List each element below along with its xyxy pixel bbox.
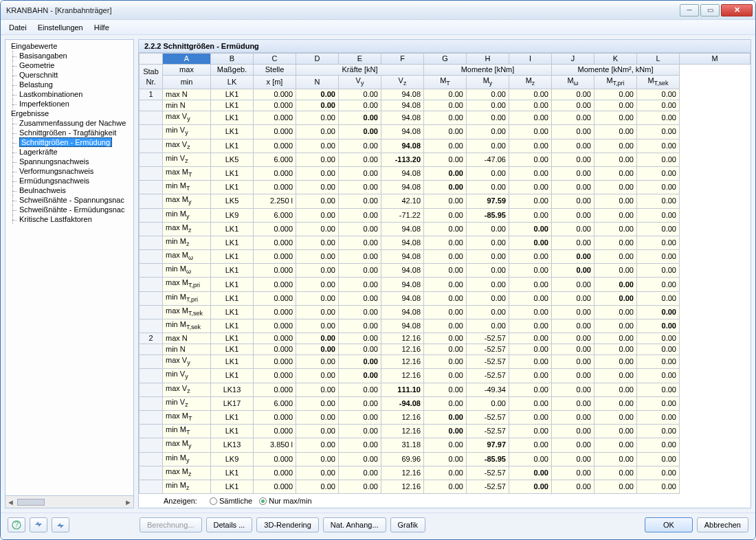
hdr-stelle: Stelle [254,65,296,76]
tree-item[interactable]: Belastung [5,80,133,89]
col-letter[interactable]: C [254,54,296,65]
berechnung-button[interactable]: Berechnung... [140,517,202,532]
menubar: Datei Einstellungen Hilfe [1,20,755,35]
grid[interactable]: ABCDEFGHIJKLMStabNr.maxMaßgeb.StelleKräf… [139,53,751,494]
table-row[interactable]: max MTLK10.0000.000.0012.160.00-52.570.0… [140,410,751,424]
hdr-momente2: Momente [kNm², kNm] [552,65,680,76]
tree-pane: EingabewerteBasisangabenGeometrieQuersch… [5,39,134,508]
table-row[interactable]: min NLK10.0000.000.0012.160.00-52.570.00… [140,344,751,355]
menu-hilfe[interactable]: Hilfe [89,22,115,33]
tree-item[interactable]: Basisangaben [5,51,133,60]
col-letter[interactable]: K [594,54,637,65]
col-letter[interactable]: G [424,54,467,65]
tree-item[interactable]: Schnittgrößen - Ermüdung [5,137,133,147]
col-letter[interactable]: A [163,54,211,65]
tree-item[interactable]: Schweißnähte - Spannungsnac [5,195,133,205]
col-letter[interactable]: M [680,54,751,65]
table-row[interactable]: max VyLK10.0000.000.0012.160.00-52.570.0… [140,355,751,369]
table-row[interactable]: max MT,sekLK10.0000.000.0094.080.000.000… [140,305,751,319]
table-row[interactable]: max VzLK10.0000.000.0094.080.000.000.000… [140,139,751,153]
col-letter[interactable]: H [467,54,509,65]
table-row[interactable]: min VyLK10.0000.000.0094.080.000.000.000… [140,125,751,139]
tree-item[interactable]: Lastkombinationen [5,89,133,99]
hdr-stab: StabNr. [140,65,163,89]
table-row[interactable]: 2max NLK10.0000.000.0012.160.00-52.570.0… [140,333,751,344]
table-row[interactable]: min MyLK96.0000.000.00-71.220.00-85.950.… [140,208,751,222]
col-letter[interactable]: L [637,54,680,65]
tree-item[interactable]: Geometrie [5,60,133,70]
table-row[interactable]: min MωLK10.0000.000.0094.080.000.000.000… [140,264,751,278]
table-row[interactable]: min MzLK10.0000.000.0012.160.00-52.570.0… [140,480,751,493]
anhang-button[interactable]: Nat. Anhang... [323,517,386,532]
menu-datei[interactable]: Datei [3,22,32,33]
table-row[interactable]: min MyLK90.0000.000.0069.960.00-85.950.0… [140,452,751,466]
tree-item[interactable]: Querschnitt [5,70,133,80]
table-row[interactable]: min MzLK10.0000.000.0094.080.000.000.000… [140,236,751,249]
display-options: Anzeigen: Sämtliche Nur max/min [139,494,751,508]
tree-item[interactable]: Zusammenfassung der Nachwe [5,118,133,128]
rendering-button[interactable]: 3D-Rendering [256,517,318,532]
table-row[interactable]: max MT,priLK10.0000.000.0094.080.000.000… [140,278,751,291]
window: KRANBAHN - [Kranbahnträger] ─ ▭ ✕ Datei … [0,0,756,540]
table-row[interactable]: min MT,sekLK10.0000.000.0094.080.000.000… [140,319,751,333]
table-row[interactable]: min VzLK176.0000.000.00-94.080.000.000.0… [140,396,751,410]
col-letter[interactable]: F [381,54,424,65]
table-row[interactable]: min VyLK10.0000.000.0012.160.00-52.570.0… [140,369,751,383]
tree-item[interactable]: Beulnachweis [5,185,133,195]
main-panel: 2.2.2 Schnittgrößen - Ermüdung ABCDEFGHI… [138,39,751,508]
section-title: 2.2.2 Schnittgrößen - Ermüdung [139,40,751,53]
radio-nurmaxmin[interactable]: Nur max/min [259,497,311,505]
col-letter[interactable]: D [296,54,339,65]
tree[interactable]: EingabewerteBasisangabenGeometrieQuersch… [5,39,134,496]
table-row[interactable]: min MT,priLK10.0000.000.0094.080.000.000… [140,291,751,305]
tree-item[interactable]: Kritische Lastfaktoren [5,214,133,224]
close-button[interactable]: ✕ [721,4,753,16]
svg-text:?: ? [14,520,19,528]
table-row[interactable]: min MTLK10.0000.000.0094.080.000.000.000… [140,181,751,194]
tree-item[interactable]: Ergebnisse [5,109,133,118]
hdr-massgeb: Maßgeb. [211,65,254,76]
table-row[interactable]: 1max NLK10.0000.000.0094.080.000.000.000… [140,89,751,100]
table-row[interactable]: max MzLK10.0000.000.0012.160.00-52.570.0… [140,466,751,480]
next-button[interactable] [52,517,69,532]
ok-button[interactable]: OK [645,517,693,532]
table-row[interactable]: max MzLK10.0000.000.0094.080.000.000.000… [140,222,751,236]
tree-item[interactable]: Spannungsnachweis [5,157,133,166]
hdr-momente1: Momente [kNm] [424,65,552,76]
col-letter[interactable]: E [339,54,381,65]
col-letter[interactable]: B [211,54,254,65]
table-row[interactable]: min MTLK10.0000.000.0012.160.00-52.570.0… [140,425,751,438]
maximize-button[interactable]: ▭ [700,4,720,16]
tree-item[interactable]: Ermüdungsnachweis [5,176,133,185]
table-row[interactable]: max MωLK10.0000.000.0094.080.000.000.000… [140,250,751,264]
help-button[interactable]: ? [8,517,25,532]
table-row[interactable]: max MyLK133.850 l0.000.0031.180.0097.970… [140,438,751,452]
tree-item[interactable]: Verformungsnachweis [5,166,133,176]
table-row[interactable]: max MyLK52.250 l0.000.0042.100.0097.590.… [140,194,751,208]
prev-button[interactable] [30,517,47,532]
col-letter[interactable]: J [552,54,594,65]
col-letter[interactable]: I [509,54,552,65]
titlebar[interactable]: KRANBAHN - [Kranbahnträger] ─ ▭ ✕ [1,1,755,20]
table-row[interactable]: max MTLK10.0000.000.0094.080.000.000.000… [140,166,751,180]
tree-item[interactable]: Eingabewerte [5,41,133,51]
menu-einstellungen[interactable]: Einstellungen [32,22,89,33]
grafik-button[interactable]: Grafik [390,517,425,532]
tree-item[interactable]: Schnittgrößen - Tragfähigkeit [5,128,133,137]
table-row[interactable]: min NLK10.0000.000.0094.080.000.000.000.… [140,100,751,111]
tree-item[interactable]: Schweißnähte - Ermüdungsnac [5,205,133,214]
tree-item[interactable]: Lagerkräfte [5,147,133,157]
abbrechen-button[interactable]: Abbrechen [697,517,748,532]
anzeigen-label: Anzeigen: [164,497,197,505]
hdr-kraefte: Kräfte [kN] [296,65,424,76]
hdr-max: max [163,65,211,76]
table-row[interactable]: max VzLK130.0000.000.00111.100.00-49.340… [140,383,751,396]
details-button[interactable]: Details ... [206,517,253,532]
radio-saemtliche[interactable]: Sämtliche [210,497,252,505]
tree-scrollbar[interactable]: ◄► [5,496,134,508]
minimize-button[interactable]: ─ [680,4,699,16]
tree-item[interactable]: Imperfektionen [5,99,133,109]
button-bar: ? Berechnung... Details ... 3D-Rendering… [1,513,755,539]
table-row[interactable]: max VyLK10.0000.000.0094.080.000.000.000… [140,111,751,125]
table-row[interactable]: min VzLK56.0000.000.00-113.200.00-47.060… [140,153,751,166]
